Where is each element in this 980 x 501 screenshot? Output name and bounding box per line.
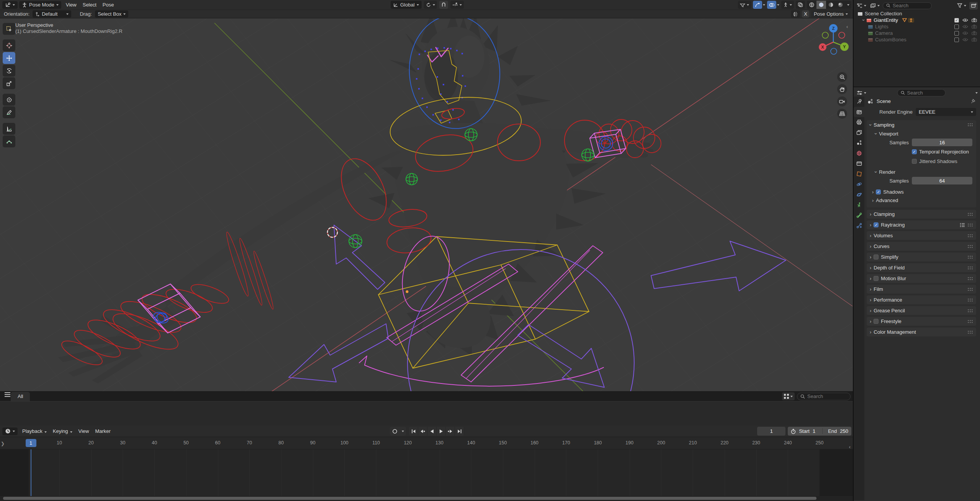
drag-dots-icon[interactable] [967, 223, 973, 227]
play-button[interactable] [437, 427, 446, 436]
shading-wireframe-button[interactable] [807, 1, 816, 9]
panel-checkbox[interactable] [874, 276, 879, 281]
rotate-tool[interactable] [3, 65, 15, 77]
tab-object[interactable] [854, 169, 864, 179]
shading-solid-button[interactable] [816, 1, 826, 9]
move-tool[interactable] [3, 52, 15, 64]
current-frame-field[interactable]: 1 [757, 427, 785, 436]
outliner-search-input[interactable]: Search [883, 2, 932, 9]
selectability-checkbox[interactable] [954, 24, 959, 29]
eye-icon[interactable] [962, 38, 968, 42]
pivot-point-dropdown[interactable] [424, 1, 437, 9]
advanced-subpanel-header[interactable]: › Advanced [867, 196, 976, 204]
timeline-menu-marker[interactable]: Marker [92, 428, 113, 434]
xray-pose-dropdown[interactable] [781, 1, 794, 9]
new-collection-button[interactable] [969, 2, 978, 10]
timeline-collapse-arrow[interactable]: ‹ [849, 444, 851, 450]
temporal-reprojection-checkbox[interactable]: ✓ [912, 149, 917, 154]
camera-view-button[interactable] [837, 96, 847, 106]
panel-freestyle[interactable]: ›Freestyle [867, 317, 976, 326]
timeline-scrollbar[interactable] [0, 496, 853, 501]
panel-grease-pencil[interactable]: ›Grease Pencil [867, 306, 976, 315]
end-value[interactable]: 250 [840, 428, 848, 434]
outliner-editor-type-button[interactable] [856, 2, 867, 10]
menu-select[interactable]: Select [80, 2, 100, 8]
expand-icon[interactable]: › [861, 19, 866, 21]
drag-dots-icon[interactable] [967, 266, 973, 270]
breadcrumb-scene[interactable]: Scene [877, 98, 891, 104]
panel-clamping[interactable]: ›Clamping [867, 210, 976, 219]
drag-dots-icon[interactable] [967, 212, 973, 216]
timeline-menu-view[interactable]: View [75, 428, 92, 434]
panel-checkbox[interactable]: ✓ [874, 222, 879, 227]
transform-tool[interactable] [3, 94, 15, 106]
shelf-menu-button[interactable] [5, 394, 10, 395]
next-keyframe-button[interactable] [446, 427, 455, 436]
camera-icon[interactable] [972, 24, 977, 29]
selectability-checkbox[interactable] [954, 38, 959, 42]
show-overlays-toggle[interactable] [767, 1, 776, 9]
outliner-row-custombones[interactable]: CustomBones [854, 36, 980, 43]
timeline-ruler[interactable]: ❯ 10203040506070809010011012013014015016… [0, 437, 853, 449]
scale-tool[interactable] [3, 77, 15, 89]
expand-summary-icon[interactable]: ❯ [1, 441, 5, 446]
drag-dots-icon[interactable] [967, 234, 973, 238]
eye-icon[interactable] [962, 18, 968, 22]
timeline-editor-type-button[interactable] [2, 428, 18, 435]
camera-icon[interactable] [972, 18, 977, 22]
drag-dots-icon[interactable] [967, 298, 973, 302]
tab-output[interactable] [854, 117, 864, 127]
drag-dots-icon[interactable] [967, 277, 973, 281]
jittered-shadows-checkbox[interactable] [912, 159, 917, 164]
properties-search-input[interactable]: Search [897, 89, 946, 96]
playhead-badge[interactable]: 1 [26, 439, 36, 447]
tab-scene[interactable] [854, 138, 864, 148]
panel-depth-of-field[interactable]: ›Depth of Field [867, 263, 976, 272]
drag-dots-icon[interactable] [967, 309, 973, 313]
panel-performance[interactable]: ›Performance [867, 295, 976, 304]
outliner-display-mode-dropdown[interactable] [869, 2, 880, 10]
pin-icon[interactable] [971, 99, 976, 104]
shelf-display-dropdown[interactable] [782, 392, 795, 400]
play-reverse-button[interactable] [427, 427, 437, 436]
tab-object-data[interactable] [854, 200, 864, 210]
mirror-x-button[interactable]: X [802, 10, 809, 18]
shading-material-button[interactable] [826, 1, 836, 9]
tab-constraints[interactable] [854, 189, 864, 200]
viewport-subpanel-header[interactable]: › Viewport [867, 129, 976, 138]
outliner-row-camera[interactable]: Camera [854, 30, 980, 36]
tab-bone[interactable] [854, 210, 864, 220]
outliner-filter-dropdown[interactable] [956, 2, 967, 10]
eye-icon[interactable] [962, 31, 968, 35]
viewport-3d[interactable]: User Perspective (1) CursedSlenderArmatu… [0, 18, 853, 426]
panel-simplify[interactable]: ›Simplify [867, 253, 976, 261]
toggle-xray-button[interactable] [796, 1, 805, 9]
shelf-tab-all[interactable]: All [11, 392, 30, 401]
properties-options-chevron[interactable] [975, 92, 978, 94]
tab-physics[interactable] [854, 179, 864, 189]
tab-render[interactable] [854, 107, 864, 117]
shadows-subpanel-header[interactable]: › ✓ Shadows [867, 188, 976, 196]
viewport-samples-slider[interactable]: 16 [912, 139, 972, 146]
sampling-panel-header[interactable]: › Sampling [867, 120, 976, 129]
panel-film[interactable]: ›Film [867, 285, 976, 294]
shadows-checkbox[interactable]: ✓ [876, 189, 881, 194]
camera-icon[interactable] [972, 31, 977, 35]
orientation-default-dropdown[interactable]: Default [33, 10, 71, 18]
eye-icon[interactable] [962, 24, 968, 29]
view-object-types-dropdown[interactable] [738, 1, 751, 9]
pan-button[interactable] [837, 84, 847, 94]
start-value[interactable]: 1 [813, 428, 815, 434]
asset-shelf-body[interactable] [0, 401, 853, 426]
drag-dropdown[interactable]: Select Box [95, 10, 128, 18]
outliner-row-scene-collection[interactable]: Scene Collection [854, 10, 980, 17]
drag-dots-icon[interactable] [967, 255, 973, 259]
camera-icon[interactable] [972, 38, 977, 42]
drag-dots-icon[interactable] [967, 330, 973, 334]
panel-curves[interactable]: ›Curves [867, 242, 976, 251]
mode-dropdown[interactable]: Pose Mode [19, 1, 61, 9]
orientation-dropdown[interactable]: Global [391, 1, 422, 9]
panel-raytracing[interactable]: ›✓Raytracing [867, 220, 976, 229]
tab-view-layer[interactable] [854, 127, 864, 138]
outliner-row-lights[interactable]: Lights [854, 23, 980, 30]
